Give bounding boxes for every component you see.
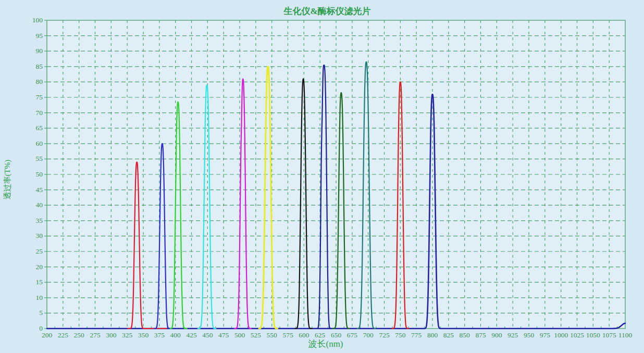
- filter-transmittance-chart: 生化仪&酶标仪滤光片 透过率(T%) 200225250275300325350…: [0, 0, 644, 353]
- svg-text:35: 35: [36, 217, 43, 224]
- svg-text:575: 575: [282, 331, 293, 339]
- chart-plot-area: 2002252502753003253503754004254504755005…: [0, 0, 644, 353]
- svg-text:350: 350: [138, 331, 149, 339]
- svg-text:500: 500: [234, 331, 245, 339]
- svg-text:90: 90: [36, 47, 43, 55]
- svg-text:1100: 1100: [618, 331, 633, 339]
- svg-text:80: 80: [36, 78, 43, 85]
- svg-text:675: 675: [347, 331, 358, 339]
- svg-text:30: 30: [36, 232, 43, 239]
- y-axis-title: 透过率(T%): [3, 160, 13, 200]
- svg-text:50: 50: [36, 170, 43, 178]
- svg-text:95: 95: [36, 32, 43, 40]
- svg-text:1050: 1050: [586, 331, 600, 339]
- svg-text:225: 225: [58, 331, 69, 339]
- svg-text:300: 300: [106, 331, 117, 339]
- svg-text:400: 400: [170, 331, 181, 339]
- svg-text:800: 800: [427, 331, 438, 339]
- svg-text:85: 85: [36, 62, 43, 70]
- svg-text:70: 70: [36, 109, 43, 117]
- svg-text:60: 60: [36, 140, 43, 147]
- svg-text:1075: 1075: [602, 331, 616, 339]
- svg-text:325: 325: [122, 331, 133, 339]
- svg-text:275: 275: [90, 331, 101, 339]
- svg-text:450: 450: [202, 331, 213, 339]
- svg-text:10: 10: [36, 294, 43, 301]
- svg-text:45: 45: [36, 186, 43, 194]
- svg-text:525: 525: [251, 331, 262, 339]
- svg-text:975: 975: [540, 331, 551, 339]
- svg-text:775: 775: [411, 331, 422, 339]
- svg-text:925: 925: [507, 331, 518, 339]
- svg-text:0: 0: [39, 324, 43, 332]
- chart-title: 生化仪&酶标仪滤光片: [283, 5, 370, 17]
- svg-text:200: 200: [42, 331, 53, 339]
- svg-text:825: 825: [443, 331, 454, 339]
- svg-text:725: 725: [379, 331, 390, 339]
- svg-text:75: 75: [36, 93, 43, 101]
- svg-text:550: 550: [267, 331, 278, 339]
- svg-text:425: 425: [186, 331, 197, 339]
- svg-text:1025: 1025: [570, 331, 584, 339]
- svg-text:875: 875: [475, 331, 486, 339]
- svg-text:65: 65: [36, 124, 43, 132]
- svg-text:100: 100: [32, 16, 43, 24]
- svg-text:55: 55: [36, 155, 43, 162]
- svg-text:20: 20: [36, 263, 43, 271]
- svg-text:15: 15: [36, 278, 43, 286]
- svg-text:850: 850: [460, 331, 470, 339]
- svg-text:750: 750: [395, 331, 406, 339]
- svg-text:375: 375: [154, 331, 165, 339]
- svg-text:950: 950: [524, 331, 535, 339]
- svg-text:1000: 1000: [554, 331, 568, 339]
- svg-text:250: 250: [74, 331, 85, 339]
- svg-text:5: 5: [39, 309, 43, 317]
- svg-text:25: 25: [36, 247, 43, 255]
- svg-text:900: 900: [491, 331, 502, 339]
- y-tick-labels: 0510152025303540455055606570758085909510…: [32, 16, 43, 332]
- x-axis-title: 波长(nm): [308, 338, 343, 350]
- svg-text:475: 475: [218, 331, 229, 339]
- svg-text:700: 700: [363, 331, 374, 339]
- svg-text:40: 40: [36, 201, 43, 209]
